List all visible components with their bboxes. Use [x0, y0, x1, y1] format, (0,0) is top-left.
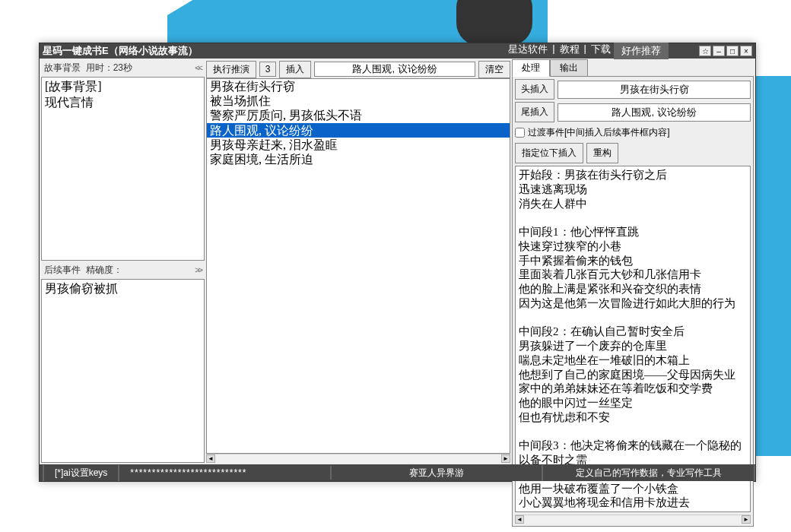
scroll-right-icon[interactable]: ►: [742, 515, 751, 524]
event-listbox[interactable]: 男孩在街头行窃被当场抓住警察严厉质问, 男孩低头不语路人围观, 议论纷纷男孩母亲…: [206, 78, 510, 454]
middle-column: 执行推演 3 插入 清空 男孩在街头行窃被当场抓住警察严厉质问, 男孩低头不语路…: [206, 60, 510, 463]
left-column: 故事背景 用时：23秒 << [故事背景] 现代言情 后续事件 精确度： >> …: [41, 60, 205, 463]
follow-header: 后续事件 精确度： >>: [41, 262, 205, 277]
titlebar-links: 星达软件| 教程| 下载 好作推荐: [507, 43, 669, 59]
link-software[interactable]: 星达软件: [507, 43, 549, 59]
bottombar-define[interactable]: 定义自己的写作数据，专业写作工具: [543, 465, 755, 481]
transition-checkbox-row: 过渡事件[中间插入后续事件框内容]: [515, 125, 751, 141]
bottombar: [*]ai设置keys *************************** …: [40, 464, 755, 481]
bottombar-title[interactable]: 赛亚人异界游: [332, 465, 544, 481]
bottombar-stars: ***************************: [119, 466, 332, 480]
bg-header: 故事背景 用时：23秒 <<: [41, 60, 205, 75]
tail-insert-input[interactable]: [558, 103, 751, 122]
tab-output[interactable]: 输出: [550, 59, 588, 77]
right-scrollbar[interactable]: ◄ ►: [515, 515, 751, 524]
right-body: 头插入 尾插入 过渡事件[中间插入后续事件框内容] 指定位下插入 重构 开始段：…: [512, 76, 754, 527]
transition-checkbox[interactable]: [515, 128, 525, 138]
favorite-icon[interactable]: ☆: [699, 46, 711, 56]
window-controls: ☆ – □ ×: [699, 46, 752, 56]
clear-button[interactable]: 清空: [478, 61, 510, 78]
exec-count[interactable]: 3: [259, 62, 276, 77]
rebuild-button[interactable]: 重构: [586, 143, 618, 163]
tail-insert-button[interactable]: 尾插入: [515, 102, 554, 122]
list-item[interactable]: 男孩在街头行窃: [207, 79, 510, 93]
link-recommend[interactable]: 好作推荐: [614, 43, 669, 59]
scroll-right-icon[interactable]: ►: [501, 454, 510, 463]
titlebar: 星码一键成书E（网络小说故事流） 星达软件| 教程| 下载 好作推荐 ☆ – □…: [40, 43, 755, 59]
bg-timer: 用时：23秒: [86, 62, 132, 74]
ai-keys-button[interactable]: [*]ai设置keys: [43, 465, 119, 481]
mid-input[interactable]: [314, 62, 475, 77]
follow-expand-icon[interactable]: >>: [195, 265, 202, 274]
window-title: 星码一键成书E（网络小说故事流）: [43, 44, 507, 58]
transition-label: 过渡事件[中间插入后续事件框内容]: [528, 126, 670, 139]
scroll-left-icon[interactable]: ◄: [515, 515, 524, 524]
minimize-icon[interactable]: –: [713, 46, 725, 56]
exec-button[interactable]: 执行推演: [206, 61, 256, 78]
close-icon[interactable]: ×: [740, 46, 752, 56]
follow-textarea[interactable]: 男孩偷窃被抓: [41, 279, 205, 463]
mid-scrollbar[interactable]: ◄ ►: [206, 454, 510, 463]
content-area: 故事背景 用时：23秒 << [故事背景] 现代言情 后续事件 精确度： >> …: [40, 59, 755, 464]
bg-label: 故事背景: [44, 62, 81, 74]
list-item[interactable]: 男孩母亲赶来, 泪水盈眶: [207, 138, 510, 152]
link-download[interactable]: 下载: [589, 43, 612, 59]
link-tutorial[interactable]: 教程: [558, 43, 581, 59]
follow-accuracy: 精确度：: [86, 264, 122, 277]
follow-label: 后续事件: [44, 264, 81, 277]
app-window: 星码一键成书E（网络小说故事流） 星达软件| 教程| 下载 好作推荐 ☆ – □…: [39, 43, 756, 482]
head-insert-input[interactable]: [558, 81, 751, 99]
tail-insert-row: 尾插入: [515, 102, 751, 122]
list-item[interactable]: 被当场抓住: [207, 93, 510, 108]
right-tabs: 处理 输出: [512, 60, 754, 77]
locate-insert-button[interactable]: 指定位下插入: [515, 143, 583, 163]
head-insert-row: 头插入: [515, 79, 751, 100]
right-column: 处理 输出 头插入 尾插入 过渡事件[中间插入后续事件框内容] 指定位下插入: [512, 60, 754, 463]
output-textarea[interactable]: 开始段：男孩在街头行窃之后 迅速逃离现场 消失在人群中 中间段1：他心怦怦直跳 …: [515, 166, 751, 512]
tab-process[interactable]: 处理: [512, 59, 550, 77]
list-item[interactable]: 路人围观, 议论纷纷: [207, 123, 510, 138]
action-buttons: 指定位下插入 重构: [515, 143, 751, 163]
scroll-left-icon[interactable]: ◄: [206, 454, 215, 463]
bg-textarea[interactable]: [故事背景] 现代言情: [41, 77, 205, 261]
insert-button[interactable]: 插入: [279, 61, 311, 78]
list-item[interactable]: 警察严厉质问, 男孩低头不语: [207, 108, 510, 122]
maximize-icon[interactable]: □: [726, 46, 739, 56]
mid-toolbar: 执行推演 3 插入 清空: [206, 60, 510, 78]
head-insert-button[interactable]: 头插入: [515, 79, 554, 100]
list-item[interactable]: 家庭困境, 生活所迫: [207, 152, 510, 166]
bg-collapse-icon[interactable]: <<: [195, 63, 202, 72]
